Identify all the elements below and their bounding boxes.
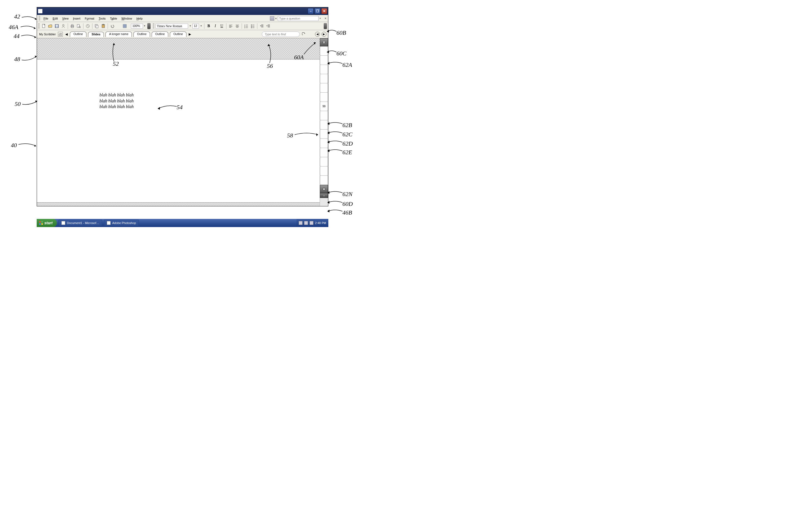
- task-label: Adobe Photoshop: [112, 221, 136, 225]
- tab-scroll-left-button[interactable]: ◀: [65, 32, 68, 37]
- find-go-button[interactable]: [302, 32, 306, 37]
- scroll-cell[interactable]: [320, 130, 328, 139]
- decrease-indent-button[interactable]: [259, 23, 265, 29]
- tray-icon[interactable]: [299, 221, 303, 225]
- callout-62N: 62N: [343, 191, 352, 198]
- scroll-cell[interactable]: [320, 167, 328, 176]
- menu-format[interactable]: Format: [83, 16, 96, 21]
- tab-scroll-right-button[interactable]: ▶: [188, 32, 192, 37]
- toolbar-grip-icon[interactable]: [38, 23, 40, 29]
- callout-50: 50: [15, 100, 21, 108]
- menu-window[interactable]: Window: [119, 16, 134, 21]
- find-next-button[interactable]: ▶: [322, 32, 326, 37]
- help-dropdown2-icon[interactable]: ▾: [320, 17, 321, 20]
- menu-help[interactable]: Help: [134, 16, 145, 21]
- document-header-region: [37, 38, 320, 59]
- copy-button[interactable]: [94, 23, 100, 29]
- scroll-cell[interactable]: [320, 56, 328, 65]
- zoom-value[interactable]: 100%: [131, 24, 143, 28]
- scroll-cell[interactable]: [320, 65, 328, 74]
- menu-insert[interactable]: Insert: [71, 16, 83, 21]
- save-button[interactable]: [54, 23, 60, 29]
- size-dropdown-icon[interactable]: ▼: [200, 24, 203, 28]
- print-preview-button[interactable]: [76, 23, 82, 29]
- document-viewport: blah blah blah blah blah blah blah blah …: [37, 38, 320, 206]
- open-button[interactable]: [47, 23, 53, 29]
- scroll-down-button[interactable]: [320, 185, 328, 193]
- numbering-button[interactable]: 123: [243, 23, 249, 29]
- undo-button[interactable]: [109, 23, 115, 29]
- scroll-cell[interactable]: [320, 111, 328, 120]
- scroll-cell[interactable]: [320, 74, 328, 83]
- svg-rect-6: [72, 24, 73, 25]
- scroll-cell[interactable]: [320, 139, 328, 148]
- menu-edit[interactable]: Edit: [51, 16, 60, 21]
- toolbar-overflow-button[interactable]: [147, 23, 150, 29]
- tab-outline-4[interactable]: Outline: [170, 32, 186, 37]
- find-input[interactable]: [262, 32, 300, 37]
- font-name-box[interactable]: Times New Roman: [156, 24, 188, 28]
- scroll-cell-99[interactable]: 99: [320, 102, 328, 111]
- taskbar-item-word[interactable]: Document1 - Microsof…: [58, 220, 102, 226]
- svg-point-35: [251, 24, 252, 25]
- callout-46B: 46B: [343, 209, 352, 216]
- permission-button[interactable]: [60, 23, 66, 29]
- tab-slides[interactable]: Slides: [88, 32, 104, 37]
- insert-table-button[interactable]: [122, 23, 128, 29]
- bold-button[interactable]: B: [206, 23, 212, 29]
- tab-outline-1[interactable]: Outline: [70, 32, 87, 37]
- scroll-cell[interactable]: [320, 93, 328, 102]
- svg-line-10: [80, 27, 81, 28]
- scroll-cell[interactable]: [320, 157, 328, 167]
- font-size-box[interactable]: 12: [193, 24, 199, 28]
- scroll-cell[interactable]: [320, 83, 328, 93]
- menu-table[interactable]: Table: [108, 16, 119, 21]
- spell-button[interactable]: [85, 23, 91, 29]
- up-folder-button[interactable]: [58, 32, 63, 37]
- document-close-button[interactable]: ×: [325, 17, 326, 20]
- content-area: blah blah blah blah blah blah blah blah …: [37, 38, 328, 206]
- paste-button[interactable]: [100, 23, 106, 29]
- callout-60C: 60C: [337, 50, 347, 57]
- tray-icon[interactable]: [304, 221, 308, 225]
- maximize-button[interactable]: ❐: [314, 8, 321, 14]
- callout-60D: 60D: [343, 201, 353, 208]
- tray-icon[interactable]: [310, 221, 313, 225]
- close-button[interactable]: ✕: [321, 8, 327, 14]
- print-button[interactable]: [69, 23, 75, 29]
- svg-rect-51: [39, 223, 41, 225]
- find-previous-button[interactable]: ◀: [315, 32, 320, 37]
- toolbar-grip-icon[interactable]: [153, 23, 155, 29]
- tab-longer-name[interactable]: A longer name: [106, 32, 132, 37]
- tab-outline-3[interactable]: Outline: [152, 32, 168, 37]
- document-page[interactable]: blah blah blah blah blah blah blah blah …: [37, 59, 320, 202]
- new-doc-button[interactable]: [41, 23, 47, 29]
- italic-button[interactable]: I: [212, 23, 218, 29]
- help-search-icon: [270, 16, 274, 21]
- help-dropdown-arrow-icon[interactable]: ▾: [275, 17, 277, 20]
- align-center-button[interactable]: [234, 23, 240, 29]
- font-dropdown-icon[interactable]: ▼: [188, 24, 192, 28]
- bullets-button[interactable]: [250, 23, 256, 29]
- increase-indent-button[interactable]: [265, 23, 271, 29]
- scroll-cell[interactable]: [320, 120, 328, 130]
- minimize-button[interactable]: –: [308, 8, 314, 14]
- tab-outline-2[interactable]: Outline: [133, 32, 150, 37]
- start-button[interactable]: start: [37, 219, 57, 227]
- menu-view[interactable]: View: [60, 16, 71, 21]
- callout-62B: 62B: [343, 122, 352, 129]
- horizontal-scrollbar[interactable]: [37, 202, 320, 206]
- scroll-up-button[interactable]: [320, 38, 328, 46]
- zoom-dropdown-icon[interactable]: ▼: [143, 24, 146, 28]
- scroll-cell[interactable]: [320, 148, 328, 157]
- callout-52: 52: [113, 60, 119, 68]
- scroll-cell[interactable]: [320, 176, 328, 185]
- help-input[interactable]: [278, 16, 319, 21]
- underline-button[interactable]: U: [219, 23, 225, 29]
- align-left-button[interactable]: [228, 23, 234, 29]
- menu-tools[interactable]: Tools: [96, 16, 108, 21]
- toolbar-grip-icon[interactable]: [39, 16, 40, 21]
- menu-file[interactable]: File: [41, 16, 51, 21]
- taskbar-item-photoshop[interactable]: Adobe Photoshop: [104, 220, 139, 226]
- scroll-browse-button[interactable]: ○: [320, 193, 328, 198]
